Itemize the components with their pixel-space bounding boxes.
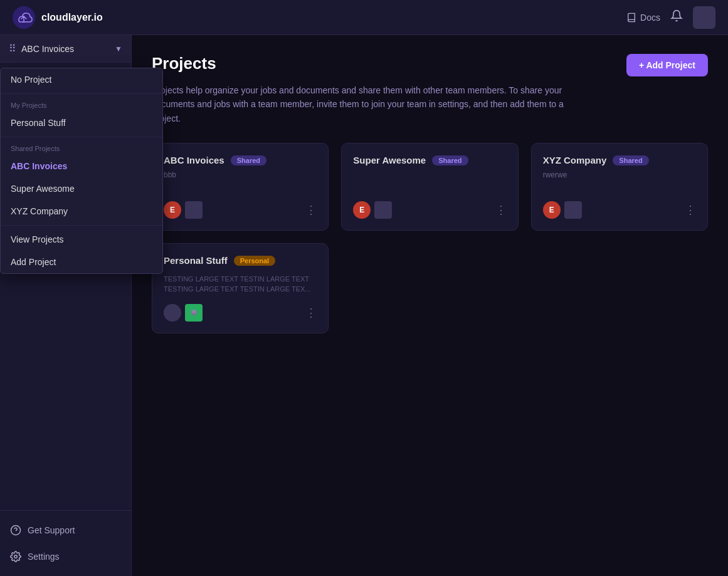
project-selector-label: ABC Invoices [21, 44, 74, 54]
project-dots-icon: ⠿ [9, 43, 16, 55]
header-right: Docs [626, 6, 715, 29]
project-dropdown: No Project My Projects Personal Stuff Sh… [0, 68, 163, 274]
content-area: Projects Projects help organize your job… [132, 35, 728, 576]
notification-button[interactable] [670, 9, 683, 25]
avatar-e-abc: E [164, 201, 181, 219]
card-menu-abc[interactable]: ⋮ [305, 204, 317, 216]
dropdown-item-personal-stuff[interactable]: Personal Stuff [1, 112, 162, 134]
bell-icon [670, 9, 683, 22]
dropdown-item-super-awesome[interactable]: Super Awesome [1, 177, 162, 200]
card-header-personal: Personal Stuff Personal [164, 255, 317, 266]
main-layout: ⠿ ABC Invoices ▼ No Project My Projects … [0, 35, 728, 576]
project-card-super-awesome: Super Awesome Shared E ⋮ [341, 143, 518, 231]
user-avatar[interactable] [693, 6, 715, 29]
card-subtitle-xyz: rwerwe [543, 170, 696, 179]
avatar-img-super [374, 201, 392, 219]
book-icon [626, 13, 636, 23]
svg-point-4 [14, 555, 18, 558]
sidebar-item-settings[interactable]: Settings [0, 543, 131, 570]
badge-personal: Personal [234, 256, 275, 266]
projects-grid: ABC Invoices Shared bbb E ⋮ Super Awesom… [152, 143, 708, 333]
card-body-text-personal: TESTING LARGE TEXT TESTIN LARGE TEXT TES… [164, 275, 317, 294]
dropdown-divider-1 [1, 93, 162, 94]
chevron-down-icon: ▼ [115, 45, 122, 53]
badge-abc: Shared [231, 155, 266, 165]
card-avatars-super: E [353, 201, 392, 219]
page-title: Projects [152, 54, 708, 73]
badge-super: Shared [432, 155, 468, 165]
header: cloudlayer.io Docs [0, 0, 728, 35]
cloudlayer-logo-icon [13, 6, 35, 29]
logo-text: cloudlayer.io [41, 12, 103, 23]
dropdown-item-xyz-company[interactable]: XYZ Company [1, 200, 162, 223]
card-menu-super[interactable]: ⋮ [495, 204, 507, 216]
dropdown-item-abc-invoices[interactable]: ABC Invoices [1, 155, 162, 177]
dropdown-divider-2 [1, 137, 162, 137]
help-circle-icon [10, 525, 21, 536]
avatar-e-xyz: E [543, 201, 561, 219]
shared-projects-section-label: Shared Projects [1, 140, 162, 155]
project-card-xyz: XYZ Company Shared rwerwe E ⋮ [531, 143, 708, 231]
avatar-green-personal: 👾 [185, 304, 203, 322]
sidebar-item-get-support[interactable]: Get Support [0, 517, 131, 543]
dropdown-no-project[interactable]: No Project [1, 68, 162, 91]
sidebar: ⠿ ABC Invoices ▼ No Project My Projects … [0, 35, 132, 576]
my-projects-section-label: My Projects [1, 97, 162, 112]
card-footer-personal: 👾 ⋮ [164, 304, 317, 322]
page-description: Projects help organize your jobs and doc… [152, 83, 578, 125]
settings-icon [10, 551, 21, 562]
project-card-personal-stuff: Personal Stuff Personal TESTING LARGE TE… [152, 243, 329, 333]
card-title-personal: Personal Stuff [164, 255, 228, 266]
get-support-label: Get Support [28, 525, 75, 535]
card-title-xyz: XYZ Company [543, 155, 607, 165]
card-header-xyz: XYZ Company Shared [543, 155, 696, 165]
avatar-placeholder-personal [164, 304, 181, 322]
card-footer-xyz: E ⋮ [543, 201, 696, 219]
avatar-e-super: E [353, 201, 371, 219]
card-subtitle-abc: bbb [164, 170, 317, 179]
logo-area: cloudlayer.io [13, 6, 103, 29]
project-card-abc-invoices: ABC Invoices Shared bbb E ⋮ [152, 143, 329, 231]
add-project-button[interactable]: + Add Project [626, 54, 708, 76]
avatar-img-abc [185, 201, 203, 219]
badge-xyz: Shared [613, 155, 648, 165]
project-selector[interactable]: ⠿ ABC Invoices ▼ [0, 35, 131, 63]
docs-button[interactable]: Docs [626, 13, 660, 23]
dropdown-item-view-projects[interactable]: View Projects [1, 228, 162, 251]
card-avatars-xyz: E [543, 201, 582, 219]
sidebar-bottom: Get Support Settings [0, 510, 131, 576]
card-header-abc: ABC Invoices Shared [164, 155, 317, 165]
card-menu-xyz[interactable]: ⋮ [685, 204, 696, 216]
dropdown-item-add-project[interactable]: Add Project [1, 251, 162, 273]
settings-label: Settings [28, 552, 60, 562]
dropdown-divider-3 [1, 225, 162, 226]
card-menu-personal[interactable]: ⋮ [305, 307, 317, 318]
project-selector-left: ⠿ ABC Invoices [9, 43, 74, 55]
avatar-img-xyz [564, 201, 582, 219]
card-footer-super: E ⋮ [353, 201, 506, 219]
card-title-super: Super Awesome [353, 155, 426, 165]
card-header-super: Super Awesome Shared [353, 155, 506, 165]
card-title-abc: ABC Invoices [164, 155, 224, 165]
card-avatars-abc: E [164, 201, 203, 219]
card-footer-abc: E ⋮ [164, 201, 317, 219]
card-avatars-personal: 👾 [164, 304, 203, 322]
